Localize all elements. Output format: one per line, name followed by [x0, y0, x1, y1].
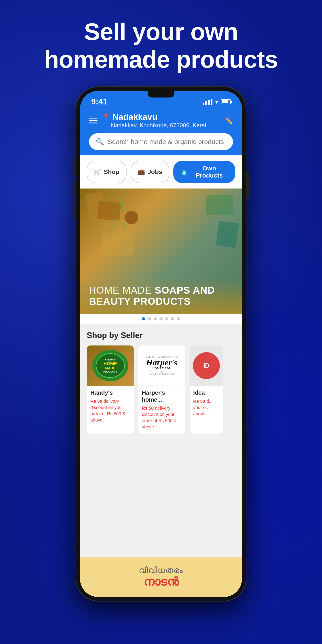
- bottom-banner: വിവിധതരം നാടൻ: [80, 557, 242, 597]
- search-input[interactable]: [108, 138, 226, 146]
- handys-discount: Rs 50 delivery discount on your order of…: [90, 398, 130, 423]
- own-products-icon: 🧴: [180, 168, 188, 176]
- tab-shop-label: Shop: [104, 168, 120, 176]
- hero-title-line1: Sell your own: [44, 18, 278, 46]
- banner-image: HOME MADE SOAPS AND BEAUTY PRODUCTS: [80, 188, 242, 314]
- handys-logo-top: HANDY'S: [105, 358, 116, 361]
- shop-icon: 🛒: [94, 168, 101, 176]
- seller-logo-handys: HANDY'S HOME MADE PRODUCTS: [87, 346, 134, 386]
- handys-name: Handy's: [90, 389, 130, 396]
- banner-wrap: HOME MADE SOAPS AND BEAUTY PRODUCTS: [80, 188, 242, 324]
- phone-notch: [148, 91, 174, 98]
- tab-jobs[interactable]: 💼 Jobs: [130, 161, 169, 183]
- battery-icon: [221, 99, 231, 104]
- hero-title-line2: homemade products: [44, 46, 278, 73]
- handys-logo-main: HOME: [104, 361, 117, 366]
- dot-1[interactable]: [142, 317, 145, 320]
- hero-section: Sell your own homemade products: [44, 18, 278, 73]
- sellers-row: HANDY'S HOME MADE PRODUCTS Handy's: [87, 346, 235, 434]
- tab-jobs-label: Jobs: [148, 168, 162, 176]
- location-address: Nadakkav, Kozhikode, 673006, Keral...: [111, 122, 220, 129]
- harpers-name-label: Harper's home...: [142, 389, 182, 403]
- harpers-bottom: NATURALLY DELICIOUS!: [145, 373, 178, 375]
- idea-logo-text: ID: [203, 362, 210, 369]
- phone-mockup: 9:41 ▾: [76, 87, 246, 601]
- edit-icon[interactable]: ✏️: [225, 117, 233, 124]
- idea-name: Idea: [193, 389, 220, 396]
- jobs-icon: 💼: [138, 168, 145, 176]
- tab-own-products[interactable]: 🧴 Own Products: [173, 161, 235, 183]
- location-pin-icon: 📍: [102, 113, 110, 121]
- signal-icon: [202, 98, 212, 105]
- handys-badge-inner: HANDY'S HOME MADE PRODUCTS: [96, 353, 125, 378]
- battery-fill: [222, 100, 228, 103]
- harpers-year: 2016: [145, 370, 178, 373]
- seller-logo-harpers: NATURALLY NUTRITIOUS! Harper's HOMEMADE …: [138, 346, 185, 386]
- handys-info: Handy's Rs 50 delivery discount on your …: [87, 386, 134, 427]
- banner-text-normal: HOME MADE: [89, 285, 155, 296]
- harpers-logo-text: NATURALLY NUTRITIOUS! Harper's HOMEMADE …: [145, 356, 178, 375]
- tab-shop[interactable]: 🛒 Shop: [87, 161, 126, 183]
- banner-dots: [80, 314, 242, 324]
- malayalam-text-line2: നാടൻ: [144, 575, 179, 588]
- tabs-row: 🛒 Shop 💼 Jobs 🧴 Own Products: [80, 156, 242, 188]
- location-info: 📍 Nadakkavu Nadakkav, Kozhikode, 673006,…: [102, 112, 220, 129]
- phone-screen: 9:41 ▾: [80, 91, 242, 597]
- hamburger-menu[interactable]: [89, 118, 98, 124]
- malayalam-text-line1: വിവിധതരം: [139, 566, 183, 575]
- header-top: 📍 Nadakkavu Nadakkav, Kozhikode, 673006,…: [89, 112, 233, 129]
- location-city: Nadakkavu: [112, 112, 158, 122]
- seller-card-harpers[interactable]: NATURALLY NUTRITIOUS! Harper's HOMEMADE …: [138, 346, 185, 434]
- banner-overlay: HOME MADE SOAPS AND BEAUTY PRODUCTS: [80, 278, 242, 314]
- idea-badge: ID: [193, 352, 220, 379]
- shop-section: Shop by Seller HANDY'S HOME MADE: [80, 324, 242, 557]
- dot-2[interactable]: [148, 317, 151, 320]
- status-icons: ▾: [202, 98, 231, 106]
- wifi-icon: ▾: [215, 98, 218, 106]
- tab-own-products-label: Own Products: [190, 165, 228, 179]
- seller-card-handys[interactable]: HANDY'S HOME MADE PRODUCTS Handy's: [87, 346, 134, 434]
- dot-6[interactable]: [171, 317, 174, 320]
- harpers-name: Harper's: [145, 358, 178, 367]
- phone-outer-frame: 9:41 ▾: [76, 87, 246, 601]
- harpers-discount: Rs 50 delivery discount on your order of…: [142, 405, 182, 430]
- app-content: 9:41 ▾: [80, 91, 242, 597]
- handys-logo-made: MADE: [105, 366, 116, 370]
- harpers-sub: HOMEMADE: [145, 367, 178, 370]
- search-bar[interactable]: 🔍: [89, 133, 233, 150]
- shop-section-title: Shop by Seller: [87, 331, 235, 340]
- location-name-row: 📍 Nadakkavu: [102, 112, 220, 122]
- harpers-info: Harper's home... Rs 50 delivery discount…: [138, 386, 185, 434]
- search-icon: 🔍: [96, 138, 104, 146]
- idea-info: Idea Rs 50 d... your o... above: [190, 386, 223, 420]
- seller-logo-idea: ID: [190, 346, 223, 386]
- dot-3[interactable]: [154, 317, 157, 320]
- banner-text: HOME MADE SOAPS AND BEAUTY PRODUCTS: [89, 285, 233, 307]
- handys-logo-bottom: PRODUCTS: [103, 370, 117, 373]
- status-time: 9:41: [91, 97, 107, 106]
- seller-card-idea[interactable]: ID Idea Rs 50 d... your o... above: [190, 346, 223, 434]
- dot-7[interactable]: [177, 317, 180, 320]
- handys-badge: HANDY'S HOME MADE PRODUCTS: [92, 350, 128, 381]
- dot-5[interactable]: [165, 317, 168, 320]
- idea-discount: Rs 50 d... your o... above: [193, 398, 220, 417]
- app-header: 📍 Nadakkavu Nadakkav, Kozhikode, 673006,…: [80, 109, 242, 156]
- dot-4[interactable]: [160, 317, 162, 320]
